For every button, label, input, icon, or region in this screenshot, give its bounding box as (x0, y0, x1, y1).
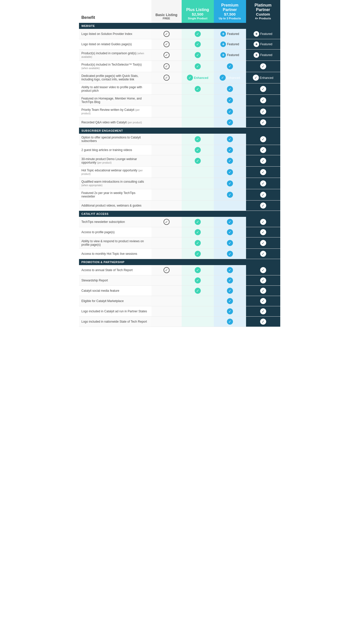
premium-cell: ✓ (214, 189, 246, 201)
premium-cell: ✓ (214, 155, 246, 167)
check-blue-icon: ✓ (227, 251, 233, 257)
platinum-cell: ✓ (246, 189, 280, 201)
premium-cell: + Featured (214, 49, 246, 61)
section-title: PROMOTION & PARTNERSHIP (79, 259, 280, 265)
table-row: Additional product videos, webinars & gu… (79, 201, 280, 211)
plus-cell: ✓ (182, 61, 214, 72)
check-teal-icon: ✓ (195, 63, 201, 69)
check-teal-icon: ✓ (195, 86, 201, 92)
section-header-row: SUBSCRIBER ENGAGEMENT (79, 128, 280, 134)
basic-cell (151, 296, 182, 306)
premium-cell: ✓ (214, 83, 246, 95)
premium-cell: ✓ (214, 306, 246, 317)
check-teal-icon: ✓ (195, 229, 201, 235)
header-plus: Plus Listing $2,500 Single Product (182, 0, 214, 23)
check-dark-icon: ✓ (260, 251, 266, 257)
table-row: Dedicated profile page(s) with Quick Sta… (79, 72, 280, 83)
plus-icon: + (254, 52, 259, 58)
plus-cell (182, 296, 214, 306)
table-row: Access to annual State of Tech Report ✓ … (79, 265, 280, 275)
table-row: Catalyit social media feature ✓ ✓ ✓ (79, 286, 280, 296)
platinum-cell: ✓ (246, 296, 280, 306)
platinum-cell: + Featured (246, 49, 280, 61)
check-dark-icon: ✓ (260, 86, 266, 92)
table-row: Product(s) included in TechSelector™ Too… (79, 61, 280, 72)
check-blue-icon: ✓ (227, 97, 233, 103)
premium-cell: ✓ (214, 178, 246, 189)
basic-cell: ✓ (151, 217, 182, 227)
basic-cell (151, 201, 182, 211)
basic-cell (151, 117, 182, 128)
check-teal-icon: ✓ (195, 240, 201, 246)
benefit-cell: Logo included in nationwide State of Tec… (79, 317, 151, 327)
check-teal-icon: ✓ (195, 41, 201, 47)
table-row: Priority Team Review written by Catalyit… (79, 106, 280, 117)
check-outline-icon: ✓ (164, 52, 170, 58)
check-blue-icon: ✓ (227, 240, 233, 246)
check-blue-icon: ✓ (227, 158, 233, 164)
basic-cell (151, 106, 182, 117)
benefit-cell: Ability to add teaser video to profile p… (79, 83, 151, 95)
platinum-cell: ✓ (246, 134, 280, 145)
platinum-cell: + Featured (246, 29, 280, 39)
plus-cell: ✓ (182, 29, 214, 39)
check-blue-icon: ✓ (227, 147, 233, 153)
check-outline-icon: ✓ (164, 41, 170, 47)
featured-badge: + Featured (220, 52, 239, 58)
check-blue-icon: ✓ (227, 119, 233, 125)
table-row: Logo listed on Solution Provider Index ✓… (79, 29, 280, 39)
featured-badge: + Featured (254, 31, 272, 37)
premium-cell: ✓ (214, 134, 246, 145)
check-dark-icon: ✓ (260, 203, 266, 209)
premium-cell: ✓ (214, 275, 246, 286)
premium-cell: ✓ (214, 265, 246, 275)
check-blue-icon: ✓ (227, 229, 233, 235)
plus-cell: ✓ (182, 249, 214, 259)
featured-badge: + Featured (220, 31, 239, 37)
check-dark-icon: ✓ (260, 169, 266, 175)
plus-cell: ✓ (182, 275, 214, 286)
plus-cell (182, 167, 214, 178)
benefit-cell: Stewardship Report (79, 275, 151, 286)
platinum-cell: ✓ (246, 217, 280, 227)
platinum-cell: ✓ (246, 227, 280, 237)
premium-cell: + Featured (214, 39, 246, 49)
check-teal-icon: ✓ (195, 267, 201, 273)
check-teal-icon: ✓ (195, 277, 201, 283)
plus-cell: ✓ (182, 286, 214, 296)
benefit-cell: 2 guest blog articles or training videos (79, 145, 151, 155)
check-dark-icon: ✓ (260, 308, 266, 314)
premium-cell: + Featured (214, 29, 246, 39)
check-blue-icon: ✓ (227, 277, 233, 283)
check-teal-icon: ✓ (195, 158, 201, 164)
basic-cell (151, 237, 182, 249)
platinum-cell: + Featured (246, 39, 280, 49)
platinum-cell: ✓ (246, 286, 280, 296)
benefit-cell: Eligible for Catalyit Marketplace (79, 296, 151, 306)
table-row: 30-minute product Demo Lounge webinar op… (79, 155, 280, 167)
basic-cell (151, 306, 182, 317)
check-teal-icon: ✓ (187, 75, 193, 81)
benefit-cell: Option to offer special promotions to Ca… (79, 134, 151, 145)
benefit-cell: Product(s) included in TechSelector™ Too… (79, 61, 151, 72)
basic-cell: ✓ (151, 39, 182, 49)
basic-cell (151, 83, 182, 95)
premium-cell: ✓ (214, 106, 246, 117)
check-dark-icon: ✓ (260, 119, 266, 125)
basic-cell (151, 155, 182, 167)
check-dark-icon: ✓ (260, 97, 266, 103)
check-blue-icon: ✓ (227, 319, 233, 325)
check-dark-icon: ✓ (260, 180, 266, 186)
check-blue-icon: ✓ (227, 219, 233, 225)
check-dark-icon: ✓ (260, 277, 266, 283)
check-blue-icon: ✓ (227, 308, 233, 314)
check-blue-icon: ✓ (227, 136, 233, 142)
platinum-cell: ✓ Enhanced (246, 72, 280, 83)
check-outline-icon: ✓ (164, 75, 170, 81)
table-row: Recorded Q&A video with Catalyit (per pr… (79, 117, 280, 128)
plus-icon: + (254, 31, 259, 37)
table-row: Stewardship Report ✓ ✓ ✓ (79, 275, 280, 286)
table-row: Featured on Homepage, Member Home, and T… (79, 95, 280, 106)
header-platinum: Platinum Partner Custom 4+ Products (246, 0, 280, 23)
benefit-cell: Access to monthly Hot Topic live session… (79, 249, 151, 259)
